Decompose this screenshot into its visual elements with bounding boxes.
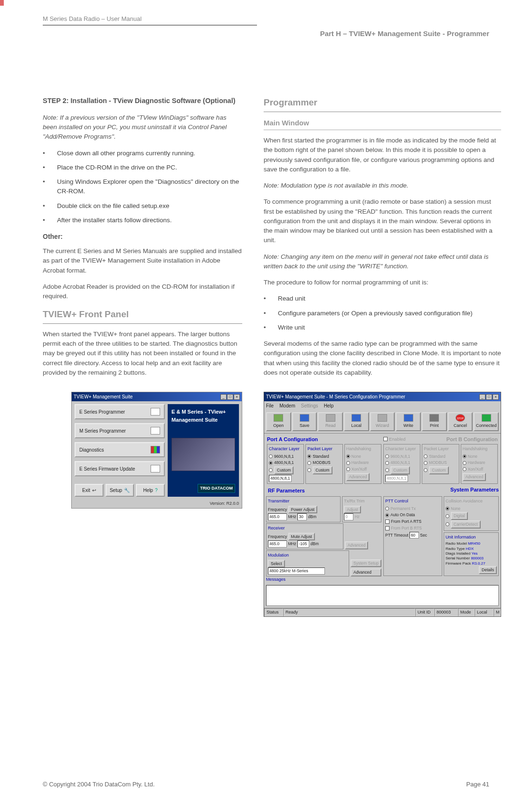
setup-button[interactable]: Setup🔧 bbox=[105, 484, 134, 497]
radio-icon bbox=[424, 468, 428, 472]
rx-mute-input[interactable]: -105 bbox=[297, 540, 309, 548]
menubar: File Modem Settings Help bbox=[264, 401, 501, 410]
tx-power-input[interactable]: 30 bbox=[297, 513, 307, 520]
other-heading: Other: bbox=[43, 232, 242, 242]
minimize-icon[interactable]: _ bbox=[479, 394, 485, 400]
custom-button[interactable]: Custom bbox=[313, 466, 332, 474]
open-button[interactable]: Open bbox=[266, 412, 291, 431]
details-button[interactable]: Details bbox=[479, 566, 497, 574]
mw-p1: When first started the programmer is in … bbox=[264, 136, 501, 174]
mw-p4: Several modems of the same radio type ca… bbox=[264, 339, 501, 378]
save-button[interactable]: Save bbox=[292, 412, 317, 431]
radio-icon bbox=[463, 461, 466, 465]
e-series-programmer-button[interactable]: E Series Programmer bbox=[75, 404, 165, 419]
connected-button[interactable]: Connected bbox=[474, 412, 499, 431]
radio-icon[interactable] bbox=[269, 461, 273, 465]
mw-bullets: •Read unit •Configure parameters (or Ope… bbox=[264, 294, 501, 332]
local-button[interactable]: Local bbox=[344, 412, 369, 431]
messages-area bbox=[266, 585, 499, 606]
firmware-update-button[interactable]: E Series Firmware Update bbox=[75, 461, 165, 476]
txrx-trim-group: Tx/Rx Trim Adjust 0 Hz bbox=[342, 496, 381, 522]
char-custom-input[interactable]: 4800,N,8,1 bbox=[269, 475, 292, 482]
wizard-icon bbox=[378, 414, 387, 422]
status-ready: Ready bbox=[283, 608, 415, 617]
rx-freq-input[interactable]: 465.0 bbox=[268, 540, 287, 548]
receiver-group: Receiver Frequency Mute Adjust 465.0 MHz… bbox=[266, 523, 343, 549]
custom-button[interactable]: Custom bbox=[274, 466, 294, 474]
open-icon bbox=[274, 414, 283, 422]
version-label: Version: R2.0.0 bbox=[72, 500, 242, 508]
messages-label: Messages bbox=[264, 576, 501, 583]
mw-p3: The procedure to follow for normal progr… bbox=[264, 278, 501, 287]
ptt-timeout-input[interactable]: 60 bbox=[409, 532, 419, 539]
select-button[interactable]: Select bbox=[268, 560, 285, 568]
maximize-icon[interactable]: □ bbox=[227, 394, 233, 400]
maximize-icon[interactable]: □ bbox=[486, 394, 492, 400]
power-adjust-button[interactable]: Power Adjust bbox=[288, 506, 318, 514]
other-p1: The current E Series and M Series Manual… bbox=[43, 246, 242, 275]
help-button[interactable]: Help? bbox=[136, 484, 165, 497]
main-window-heading: Main Window bbox=[264, 118, 501, 131]
toolbar: OpenSaveReadLocalWizardWritePrintSTOPCan… bbox=[264, 410, 501, 434]
local-icon bbox=[352, 414, 361, 422]
unit-info-row: Firmware Pack R3.0.27 bbox=[446, 561, 497, 566]
diagnostics-button[interactable]: Diagnostics bbox=[75, 442, 165, 457]
write-button[interactable]: Write bbox=[396, 412, 421, 431]
wizard-button: Wizard bbox=[370, 412, 395, 431]
radio-icon bbox=[446, 507, 449, 510]
ptt-control-group: PTT Control Permanent Tx Auto On Data Fr… bbox=[383, 496, 442, 576]
firmware-icon bbox=[151, 465, 160, 472]
menu-help[interactable]: Help bbox=[324, 402, 334, 409]
radio-icon[interactable] bbox=[385, 513, 389, 517]
exit-button[interactable]: Exit↩ bbox=[75, 484, 104, 497]
bullet: Close down all other programs currently … bbox=[57, 149, 195, 158]
read-button: Read bbox=[318, 412, 343, 431]
exit-icon: ↩ bbox=[92, 487, 96, 494]
minimize-icon[interactable]: _ bbox=[220, 394, 227, 400]
read-icon bbox=[326, 414, 335, 422]
mw-note2: Note: Changing any item on the menu will… bbox=[264, 252, 501, 272]
front-panel-para: When started the TVIEW+ front panel appe… bbox=[43, 330, 242, 378]
collision-avoidance-group: Collision Avoidance None Digital Carrier… bbox=[444, 496, 499, 531]
screenshot-management-suite: TVIEW+ Management Suite _ □ × E Series P… bbox=[71, 392, 242, 509]
mode-label: Mode bbox=[458, 608, 475, 617]
advanced-button: Advanced bbox=[346, 473, 370, 481]
modulation-input[interactable]: 4800 25kHz M-Series bbox=[268, 567, 325, 575]
print-button[interactable]: Print bbox=[422, 412, 447, 431]
mute-adjust-button[interactable]: Mute Adjust bbox=[288, 533, 315, 541]
mode-value: Local bbox=[475, 608, 494, 617]
transmitter-group: Transmitter Frequency Power Adjust 465.0… bbox=[266, 496, 341, 522]
connected-icon bbox=[482, 414, 491, 422]
close-icon[interactable]: × bbox=[234, 394, 240, 400]
radio-icon[interactable] bbox=[307, 461, 311, 465]
menu-file[interactable]: File bbox=[266, 402, 274, 409]
system-parameters-title: System Parameters bbox=[385, 486, 499, 496]
port-b-section: Enabled Port B Configuration Character L… bbox=[382, 435, 499, 485]
bullet: Using Windows Explorer open the "Diagnos… bbox=[57, 177, 242, 197]
radio-icon[interactable] bbox=[269, 468, 273, 472]
doc-header-right: Part H – TVIEW+ Management Suite - Progr… bbox=[43, 28, 489, 39]
advanced-button[interactable]: Advanced bbox=[351, 568, 381, 576]
checkbox-icon[interactable] bbox=[385, 520, 390, 524]
unit-info-row: Diags Installed Yes bbox=[446, 551, 497, 556]
unit-information-group: Unit Information Radio Model MR450Radio … bbox=[444, 532, 499, 576]
screenshot-programmer: TVIEW+ Management Suite - M Series Confi… bbox=[264, 392, 501, 617]
radio-icon[interactable] bbox=[269, 454, 273, 458]
advanced-button: Advanced bbox=[345, 541, 369, 549]
programmer-heading: Programmer bbox=[264, 96, 501, 112]
tx-freq-input[interactable]: 465.0 bbox=[268, 513, 287, 520]
cancel-button[interactable]: STOPCancel bbox=[448, 412, 473, 431]
cancel-icon: STOP bbox=[456, 414, 465, 422]
close-icon[interactable]: × bbox=[493, 394, 499, 400]
radio-icon[interactable] bbox=[307, 468, 311, 472]
print-icon bbox=[429, 414, 439, 422]
m-series-programmer-button[interactable]: M Series Programmer bbox=[75, 423, 165, 438]
port-a-section: Port A Configuration Character Layer 960… bbox=[266, 435, 382, 485]
mw-p2: To commence programming a unit (radio re… bbox=[264, 197, 501, 245]
menu-modem[interactable]: Modem bbox=[279, 402, 295, 409]
status-label: Status bbox=[264, 608, 283, 617]
radio-icon[interactable] bbox=[307, 454, 311, 458]
radio-icon bbox=[385, 507, 389, 510]
unitid-value: 800003 bbox=[434, 608, 458, 617]
window-title: TVIEW+ Management Suite bbox=[74, 393, 133, 400]
